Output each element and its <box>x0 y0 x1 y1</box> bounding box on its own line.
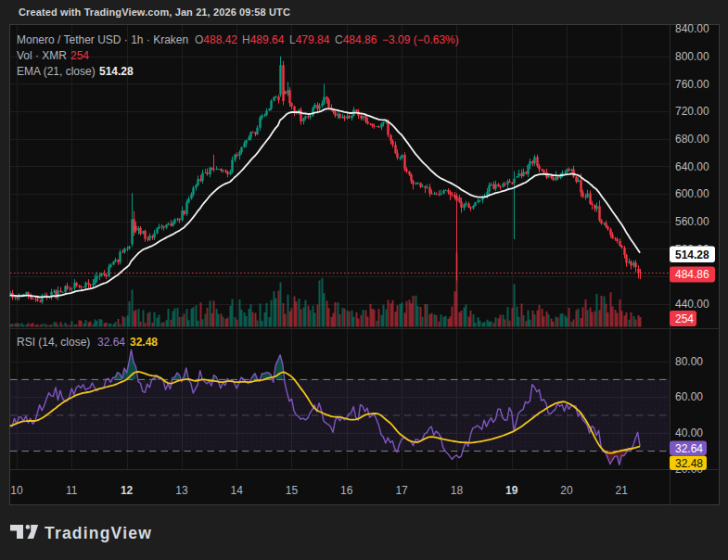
svg-text:21: 21 <box>616 484 629 497</box>
svg-text:80.00: 80.00 <box>675 355 703 368</box>
svg-text:L479.84: L479.84 <box>289 33 330 46</box>
svg-text:−3.09 (−0.63%): −3.09 (−0.63%) <box>382 33 459 46</box>
svg-text:484.86: 484.86 <box>675 268 709 281</box>
svg-text:16: 16 <box>340 484 353 497</box>
svg-text:Monero / Tether USD · 1h · Kra: Monero / Tether USD · 1h · Kraken <box>17 33 188 46</box>
svg-text:TradingView: TradingView <box>45 524 152 542</box>
svg-text:840.00: 840.00 <box>675 22 709 35</box>
svg-text:RSI (14, close): RSI (14, close) <box>17 336 90 349</box>
svg-text:32.64: 32.64 <box>675 442 703 455</box>
svg-text:O488.42: O488.42 <box>195 33 237 46</box>
svg-text:Created with TradingView.com,: Created with TradingView.com, Jan 21, 20… <box>19 6 290 18</box>
svg-text:440.00: 440.00 <box>675 298 709 311</box>
svg-text:760.00: 760.00 <box>675 78 709 91</box>
svg-text:720.00: 720.00 <box>675 105 709 118</box>
svg-text:19: 19 <box>505 484 518 497</box>
svg-text:14: 14 <box>231 484 244 497</box>
svg-text:254: 254 <box>675 312 694 325</box>
svg-text:514.28: 514.28 <box>99 65 134 78</box>
svg-text:Vol · XMR: Vol · XMR <box>17 49 67 62</box>
svg-text:514.28: 514.28 <box>675 248 709 261</box>
svg-text:600.00: 600.00 <box>675 187 709 200</box>
svg-text:640.00: 640.00 <box>675 160 709 173</box>
svg-text:800.00: 800.00 <box>675 50 709 63</box>
svg-text:60.00: 60.00 <box>675 390 703 403</box>
svg-text:32.48: 32.48 <box>130 336 158 349</box>
svg-text:11: 11 <box>66 484 78 497</box>
svg-text:17: 17 <box>395 484 408 497</box>
svg-text:560.00: 560.00 <box>675 215 709 228</box>
svg-text:H489.64: H489.64 <box>242 33 285 46</box>
svg-text:13: 13 <box>175 484 188 497</box>
svg-text:C484.86: C484.86 <box>335 33 377 46</box>
svg-text:18: 18 <box>451 484 464 497</box>
svg-text:680.00: 680.00 <box>675 133 709 146</box>
svg-text:32.48: 32.48 <box>675 457 703 470</box>
svg-text:15: 15 <box>286 484 299 497</box>
svg-text:10: 10 <box>10 484 23 497</box>
svg-text:EMA (21, close): EMA (21, close) <box>17 65 96 78</box>
svg-text:20: 20 <box>560 484 573 497</box>
svg-text:32.64: 32.64 <box>97 336 125 349</box>
svg-text:12: 12 <box>121 484 134 497</box>
svg-text:254: 254 <box>70 49 89 62</box>
svg-text:40.00: 40.00 <box>675 426 703 439</box>
